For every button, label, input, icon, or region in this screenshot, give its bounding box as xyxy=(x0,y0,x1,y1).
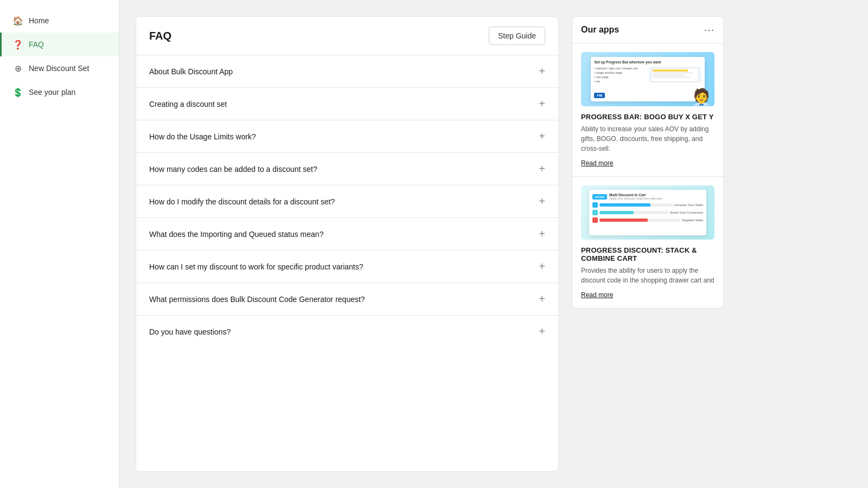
app2-mock-ui: mCart Multi Discount In Cart Apply your … xyxy=(589,190,706,235)
app2-bar-fill-3 xyxy=(599,219,648,222)
faq-expand-variants-icon: + xyxy=(539,260,545,273)
app2-logo-row: mCart Multi Discount In Cart Apply your … xyxy=(592,193,703,200)
app1-line-3 xyxy=(653,76,690,78)
app1-name: PROGRESS BAR: BOGO BUY X GET Y xyxy=(581,113,714,121)
faq-item-variants-text: How can I set my discount to work for sp… xyxy=(149,262,363,271)
app2-bar-bg-2 xyxy=(599,211,668,214)
app1-line-1 xyxy=(653,72,692,74)
app2-row-1: Increase Your Sales xyxy=(592,202,703,208)
app-card-multi-discount: mCart Multi Discount In Cart Apply your … xyxy=(572,177,723,308)
app2-read-more[interactable]: Read more xyxy=(581,291,613,299)
app-image-content-1: Set up Progress Bar wherever you want • … xyxy=(581,52,714,106)
faq-expand-about-icon: + xyxy=(539,65,545,78)
faq-header: FAQ Step Guide xyxy=(136,17,558,55)
app1-features: • minicart / ajax cart / drawer cart • s… xyxy=(594,67,701,83)
sidebar-item-see-your-plan[interactable]: 💲 See your plan xyxy=(0,80,119,104)
faq-item-permissions[interactable]: What permissions does Bulk Discount Code… xyxy=(136,283,558,316)
app1-pib-badge: PIB xyxy=(594,93,605,98)
dollar-icon: 💲 xyxy=(12,87,23,98)
faq-item-questions-text: Do you have questions? xyxy=(149,328,231,336)
faq-expand-modify-icon: + xyxy=(539,195,545,208)
sidebar-item-faq-label: FAQ xyxy=(29,40,44,49)
faq-expand-usage-icon: + xyxy=(539,130,545,143)
faq-expand-importing-icon: + xyxy=(539,228,545,240)
app1-inner-preview xyxy=(651,68,698,82)
faq-item-modify-details[interactable]: How do I modify the discount details for… xyxy=(136,185,558,218)
sidebar-item-plan-label: See your plan xyxy=(29,88,75,97)
faq-icon: ❓ xyxy=(12,39,23,50)
apps-more-button[interactable]: ⋯ xyxy=(704,24,714,35)
app2-bar-bg-1 xyxy=(599,203,673,207)
app2-icon-3 xyxy=(592,217,598,223)
faq-item-product-variants[interactable]: How can I set my discount to work for sp… xyxy=(136,251,558,283)
faq-item-modify-text: How do I modify the discount details for… xyxy=(149,197,335,206)
app1-line-2 xyxy=(653,74,684,76)
app1-read-more[interactable]: Read more xyxy=(581,159,613,167)
home-icon: 🏠 xyxy=(12,15,23,26)
faq-item-questions[interactable]: Do you have questions? + xyxy=(136,316,558,348)
apps-panel: Our apps ⋯ Set up Progress Bar wherever … xyxy=(572,16,724,309)
sidebar-item-faq[interactable]: ❓ FAQ xyxy=(0,33,119,56)
apps-title: Our apps xyxy=(581,25,619,35)
app1-preview xyxy=(649,67,701,83)
app1-setup-text: Set up Progress Bar wherever you want xyxy=(594,60,701,64)
app2-logo-badge: mCart xyxy=(592,194,607,200)
app2-name: PROGRESS DISCOUNT: STACK & COMBINE CART xyxy=(581,246,714,262)
app-card-progress-bar: Set up Progress Bar wherever you want • … xyxy=(572,43,723,177)
faq-item-creating[interactable]: Creating a discount set + xyxy=(136,88,558,120)
faq-item-permissions-text: What permissions does Bulk Discount Code… xyxy=(149,295,365,304)
sidebar-item-new-discount-label: New Discount Set xyxy=(29,64,89,73)
app2-row-label-3: Targeted Sales xyxy=(681,219,703,222)
faq-item-about[interactable]: About Bulk Discount App + xyxy=(136,55,558,88)
faq-item-usage-limits[interactable]: How do the Usage Limits work? + xyxy=(136,120,558,153)
main-content: FAQ Step Guide About Bulk Discount App +… xyxy=(119,0,868,488)
faq-expand-permissions-icon: + xyxy=(539,293,545,305)
app1-feature-list: • minicart / ajax cart / drawer cart • s… xyxy=(594,67,647,83)
app2-row-label-1: Increase Your Sales xyxy=(674,203,703,207)
plus-circle-icon: ⊕ xyxy=(12,63,23,74)
app-image-progress-bar: Set up Progress Bar wherever you want • … xyxy=(581,52,714,106)
apps-header: Our apps ⋯ xyxy=(572,17,723,43)
app1-mock-ui: Set up Progress Bar wherever you want • … xyxy=(591,57,704,101)
faq-item-about-text: About Bulk Discount App xyxy=(149,67,233,76)
app-image-content-2: mCart Multi Discount In Cart Apply your … xyxy=(581,185,714,240)
app1-bar-1 xyxy=(653,69,688,72)
faq-item-importing-text: What does the Importing and Queued statu… xyxy=(149,230,323,239)
app2-logo-title: Multi Discount In Cart xyxy=(609,193,662,197)
app1-badge-area: PIB xyxy=(594,93,605,98)
app1-person-illustration: 🧑‍💼 xyxy=(691,89,712,106)
faq-item-usage-text: How do the Usage Limits work? xyxy=(149,132,256,141)
app2-bar-bg-3 xyxy=(599,219,680,222)
faq-expand-creating-icon: + xyxy=(539,98,545,110)
faq-title: FAQ xyxy=(149,30,171,42)
faq-expand-questions-icon: + xyxy=(539,325,545,338)
app2-row-3: Targeted Sales xyxy=(592,217,703,223)
app2-icon-2 xyxy=(592,210,598,215)
faq-item-how-many-codes[interactable]: How many codes can be added to a discoun… xyxy=(136,153,558,185)
app2-logo-subtitle: Apply your discount code here and now! xyxy=(609,197,662,200)
app2-bar-fill-1 xyxy=(599,203,651,207)
app2-bar-fill-2 xyxy=(599,211,634,214)
app2-row-2: Boost Your Conversion xyxy=(592,210,703,215)
faq-panel: FAQ Step Guide About Bulk Discount App +… xyxy=(136,16,559,472)
sidebar: 🏠 Home ❓ FAQ ⊕ New Discount Set 💲 See yo… xyxy=(0,0,119,488)
app2-icon-1 xyxy=(592,202,598,208)
faq-item-codes-text: How many codes can be added to a discoun… xyxy=(149,165,317,174)
app2-row-label-2: Boost Your Conversion xyxy=(670,211,703,214)
sidebar-item-home[interactable]: 🏠 Home xyxy=(0,9,119,33)
app2-description: Provides the ability for users to apply … xyxy=(581,266,714,285)
sidebar-item-new-discount-set[interactable]: ⊕ New Discount Set xyxy=(0,56,119,80)
app-image-multi-discount: mCart Multi Discount In Cart Apply your … xyxy=(581,185,714,240)
faq-expand-codes-icon: + xyxy=(539,163,545,175)
step-guide-button[interactable]: Step Guide xyxy=(489,27,545,45)
faq-item-creating-text: Creating a discount set xyxy=(149,100,227,108)
sidebar-item-home-label: Home xyxy=(29,16,49,25)
app2-logo-info: Multi Discount In Cart Apply your discou… xyxy=(609,193,662,200)
app1-description: Ability to increase your sales AOV by ad… xyxy=(581,124,714,153)
faq-item-importing-queued[interactable]: What does the Importing and Queued statu… xyxy=(136,218,558,251)
